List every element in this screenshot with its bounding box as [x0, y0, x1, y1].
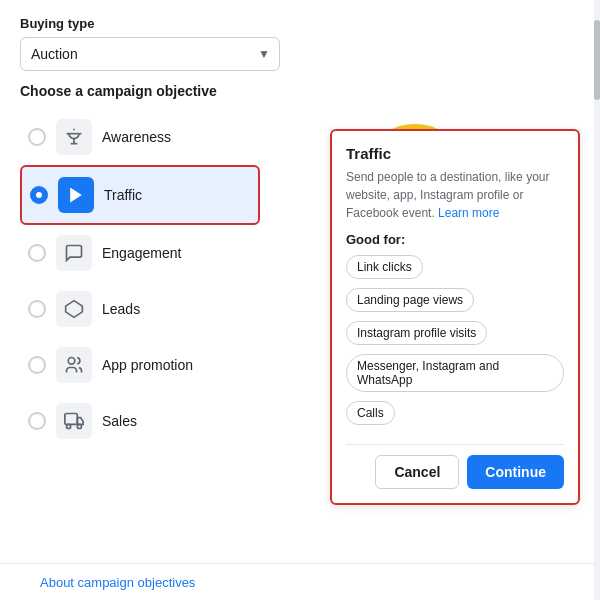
objective-item-leads[interactable]: Leads [20, 281, 260, 337]
campaign-objective-title: Choose a campaign objective [20, 83, 580, 99]
svg-point-4 [67, 424, 71, 428]
app-promotion-icon [56, 347, 92, 383]
traffic-label: Traffic [104, 187, 142, 203]
svg-point-2 [68, 358, 75, 365]
radio-traffic[interactable] [30, 186, 48, 204]
engagement-label: Engagement [102, 245, 181, 261]
svg-marker-1 [66, 301, 83, 318]
tag-link-clicks: Link clicks [346, 255, 423, 279]
objective-item-sales[interactable]: Sales [20, 393, 260, 449]
radio-leads[interactable] [28, 300, 46, 318]
leads-label: Leads [102, 301, 140, 317]
sales-label: Sales [102, 413, 137, 429]
tags-list: Link clicks Landing page views Instagram… [346, 255, 564, 430]
popup-description: Send people to a destination, like your … [346, 168, 564, 222]
tag-messenger: Messenger, Instagram and WhatsApp [346, 354, 564, 392]
popup-title: Traffic [346, 145, 564, 162]
buying-type-select[interactable]: Auction Reach and Frequency TRP Buying [20, 37, 280, 71]
radio-app-promotion[interactable] [28, 356, 46, 374]
tag-calls: Calls [346, 401, 395, 425]
learn-more-link[interactable]: Learn more [438, 206, 499, 220]
buying-type-section: Buying type Auction Reach and Frequency … [0, 16, 600, 83]
svg-marker-0 [70, 188, 82, 203]
app-promotion-label: App promotion [102, 357, 193, 373]
continue-button[interactable]: Continue [467, 455, 564, 489]
objectives-area: Awareness Traffic [20, 109, 580, 563]
traffic-icon [58, 177, 94, 213]
info-popup: Traffic Send people to a destination, li… [330, 129, 580, 505]
objective-item-awareness[interactable]: Awareness [20, 109, 260, 165]
campaign-objective-section: Choose a campaign objective [0, 83, 600, 563]
objectives-list: Awareness Traffic [20, 109, 260, 563]
main-container: Buying type Auction Reach and Frequency … [0, 0, 600, 600]
radio-traffic-inner [36, 192, 42, 198]
objective-item-traffic[interactable]: Traffic [20, 165, 260, 225]
awareness-icon [56, 119, 92, 155]
about-objectives-link[interactable]: About campaign objectives [20, 563, 215, 600]
scrollbar-track [594, 0, 600, 600]
svg-point-5 [77, 424, 81, 428]
buying-type-dropdown-wrapper: Auction Reach and Frequency TRP Buying ▼ [20, 37, 280, 71]
engagement-icon [56, 235, 92, 271]
tag-instagram-visits: Instagram profile visits [346, 321, 487, 345]
popup-good-for-label: Good for: [346, 232, 564, 247]
cancel-button[interactable]: Cancel [375, 455, 459, 489]
sales-icon [56, 403, 92, 439]
awareness-label: Awareness [102, 129, 171, 145]
tag-landing-page: Landing page views [346, 288, 474, 312]
objective-item-app-promotion[interactable]: App promotion [20, 337, 260, 393]
svg-rect-3 [65, 414, 78, 425]
scrollbar-thumb[interactable] [594, 20, 600, 100]
objective-item-engagement[interactable]: Engagement [20, 225, 260, 281]
buying-type-label: Buying type [20, 16, 580, 31]
leads-icon [56, 291, 92, 327]
popup-actions: Cancel Continue [346, 444, 564, 489]
radio-awareness[interactable] [28, 128, 46, 146]
right-panel: Traffic Send people to a destination, li… [260, 109, 580, 563]
radio-engagement[interactable] [28, 244, 46, 262]
radio-sales[interactable] [28, 412, 46, 430]
footer: About campaign objectives [0, 563, 600, 600]
